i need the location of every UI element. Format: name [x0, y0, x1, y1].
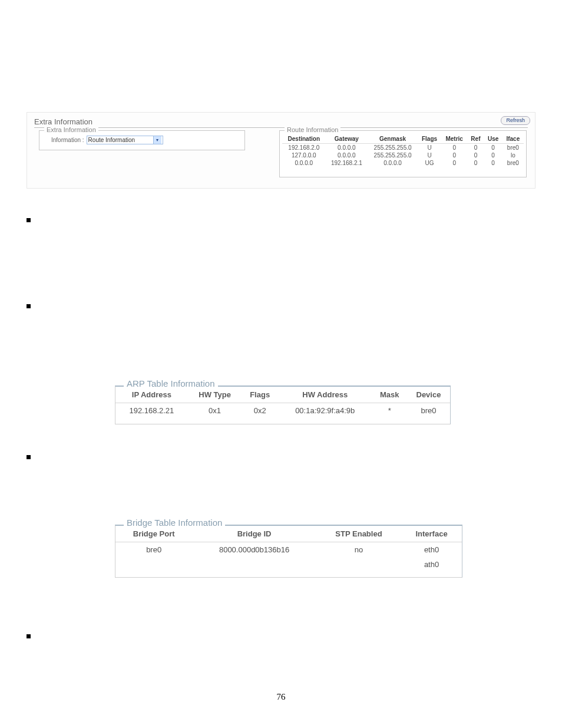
bridge-table: Bridge Port Bridge ID STP Enabled Interf…: [115, 526, 462, 572]
bridge-th: STP Enabled: [316, 526, 401, 542]
cell: 0: [467, 151, 484, 159]
cell: 00:1a:92:9f:a4:9b: [278, 403, 372, 419]
arp-th: Mask: [372, 387, 407, 403]
cell: 0: [467, 144, 484, 152]
table-row: 127.0.0.0 0.0.0.0 255.255.255.0 U 0 0 0 …: [282, 151, 524, 159]
route-th: Gateway: [326, 134, 368, 144]
extra-info-legend: Extra Information: [44, 126, 98, 133]
cell: bre0: [115, 542, 192, 558]
cell: 0: [441, 151, 467, 159]
cell: 8000.000d0b136b16: [192, 542, 316, 558]
arp-th: Device: [407, 387, 450, 403]
cell: 0: [484, 151, 503, 159]
cell: 255.255.255.0: [368, 144, 418, 152]
cell: 0x1: [188, 403, 242, 419]
bridge-th: Bridge Port: [115, 526, 192, 542]
cell: 255.255.255.0: [368, 151, 418, 159]
arp-th: IP Address: [115, 387, 188, 403]
information-select[interactable]: Route Information ▾: [87, 136, 163, 144]
table-row: 0.0.0.0 192.168.2.1 0.0.0.0 UG 0 0 0 bre…: [282, 159, 524, 167]
arp-legend: ARP Table Information: [124, 378, 218, 388]
cell: [192, 557, 316, 572]
cell: [316, 557, 401, 572]
route-th: Genmask: [368, 134, 418, 144]
arp-th: HW Address: [278, 387, 372, 403]
bridge-th: Interface: [401, 526, 462, 542]
route-th: Flags: [418, 134, 441, 144]
panel-title: Extra Information: [34, 117, 528, 128]
refresh-button[interactable]: Refresh: [501, 116, 530, 125]
arp-table: IP Address HW Type Flags HW Address Mask…: [115, 387, 450, 418]
cell: 0: [484, 144, 503, 152]
arp-table-fieldset: ARP Table Information IP Address HW Type…: [115, 386, 451, 424]
cell: ath0: [401, 557, 462, 572]
arp-th: Flags: [242, 387, 277, 403]
cell: no: [316, 542, 401, 558]
extra-info-fieldset: Extra Information Information : Route In…: [39, 130, 245, 150]
information-select-value: Route Information: [88, 137, 135, 143]
arp-th: HW Type: [188, 387, 242, 403]
cell: 192.168.2.21: [115, 403, 188, 419]
page-number: 76: [0, 692, 562, 702]
table-row: ath0: [115, 557, 462, 572]
route-info-legend: Route Information: [285, 126, 340, 133]
cell: 192.168.2.0: [282, 144, 326, 152]
route-th: Ref: [467, 134, 484, 144]
cell: lo: [503, 151, 524, 159]
route-th: Metric: [441, 134, 467, 144]
cell: 127.0.0.0: [282, 151, 326, 159]
bridge-th: Bridge ID: [192, 526, 316, 542]
cell: 0.0.0.0: [326, 151, 368, 159]
cell: bre0: [407, 403, 450, 419]
table-row: 192.168.2.21 0x1 0x2 00:1a:92:9f:a4:9b *…: [115, 403, 450, 419]
route-th: Use: [484, 134, 503, 144]
cell: *: [372, 403, 407, 419]
chevron-down-icon: ▾: [153, 136, 161, 144]
cell: 0: [441, 159, 467, 167]
extra-info-panel: Extra Information Refresh Extra Informat…: [27, 112, 535, 189]
cell: 0: [441, 144, 467, 152]
cell: 0.0.0.0: [368, 159, 418, 167]
cell: 0: [467, 159, 484, 167]
cell: bre0: [503, 159, 524, 167]
cell: eth0: [401, 542, 462, 558]
table-row: 192.168.2.0 0.0.0.0 255.255.255.0 U 0 0 …: [282, 144, 524, 152]
cell: 0x2: [242, 403, 277, 419]
bridge-legend: Bridge Table Information: [124, 518, 225, 528]
bridge-table-fieldset: Bridge Table Information Bridge Port Bri…: [115, 525, 462, 578]
bullet-icon: [27, 455, 31, 459]
cell: U: [418, 151, 441, 159]
cell: 0: [484, 159, 503, 167]
cell: U: [418, 144, 441, 152]
route-table: Destination Gateway Genmask Flags Metric…: [282, 134, 524, 167]
information-label: Information :: [51, 137, 84, 143]
bullet-icon: [27, 304, 31, 308]
cell: [115, 557, 192, 572]
cell: 0.0.0.0: [326, 144, 368, 152]
cell: 192.168.2.1: [326, 159, 368, 167]
cell: bre0: [503, 144, 524, 152]
cell: 0.0.0.0: [282, 159, 326, 167]
cell: UG: [418, 159, 441, 167]
route-th: Destination: [282, 134, 326, 144]
route-info-fieldset: Route Information Destination Gateway Ge…: [279, 130, 527, 177]
bullet-icon: [27, 218, 31, 222]
route-th: Iface: [503, 134, 524, 144]
bullet-icon: [27, 634, 31, 638]
table-row: bre0 8000.000d0b136b16 no eth0: [115, 542, 462, 558]
